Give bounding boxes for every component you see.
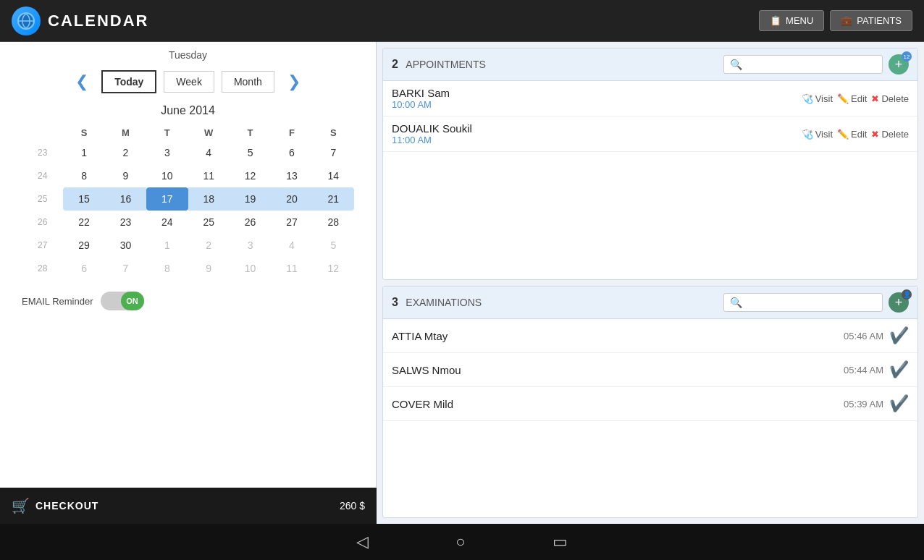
checkout-bar: 🛒 CHECKOUT 260 $: [0, 488, 377, 524]
calendar-grid: S M T W T F S 23123456724891011121314251…: [22, 124, 354, 280]
email-reminder-toggle[interactable]: ON: [101, 292, 144, 310]
appointments-actions: 🔍 + 12: [723, 54, 909, 75]
check-icon[interactable]: ✔️: [889, 360, 909, 379]
examination-time: 05:44 AM: [844, 365, 883, 376]
visit-button[interactable]: 🩺 Visit: [802, 129, 833, 140]
calendar-day[interactable]: 4: [188, 141, 230, 164]
calendar-day[interactable]: 11: [271, 257, 312, 280]
calendar-day[interactable]: 12: [230, 164, 271, 187]
appointment-row: DOUALIK Soukil 11:00 AM 🩺 Visit ✏️ Edit …: [383, 116, 917, 152]
prev-arrow[interactable]: ❮: [70, 69, 94, 94]
month-button[interactable]: Month: [222, 71, 274, 93]
app-title: CALENDAR: [48, 12, 148, 30]
examinations-header: 3 EXAMINATIONS 🔍 + 👤: [383, 287, 917, 319]
calendar-day[interactable]: 6: [63, 257, 104, 280]
add-examination-button[interactable]: + 👤: [889, 292, 909, 313]
calendar-day[interactable]: 9: [188, 257, 230, 280]
appointment-name: BARKI Sam: [392, 87, 802, 99]
calendar-day[interactable]: 3: [230, 234, 271, 257]
examinations-count: 3: [392, 296, 398, 308]
appointments-label: APPOINTMENTS: [406, 59, 485, 70]
patients-button[interactable]: 💼 PATIENTS: [830, 10, 912, 31]
calendar-day[interactable]: 30: [105, 234, 146, 257]
calendar-day[interactable]: 7: [105, 257, 146, 280]
calendar-day[interactable]: 6: [271, 141, 312, 164]
calendar-day[interactable]: 11: [188, 164, 230, 187]
week-number: 23: [22, 141, 63, 164]
calendar-navigation: ❮ Today Week Month ❯: [0, 64, 376, 97]
main-content: Tuesday ❮ Today Week Month ❯ June 2014 S…: [0, 42, 924, 524]
check-icon[interactable]: ✔️: [889, 394, 909, 413]
calendar-day[interactable]: 25: [188, 211, 230, 234]
home-button[interactable]: ○: [455, 533, 465, 551]
appointment-time: 10:00 AM: [392, 99, 802, 110]
right-panel: 2 APPOINTMENTS 🔍 + 12 BARKI Sam 10:0: [377, 42, 924, 524]
examination-row: SALWS Nmou 05:44 AM ✔️: [383, 353, 917, 387]
calendar-day[interactable]: 16: [105, 187, 146, 211]
calendar-grid-section: June 2014 S M T W T F S 231234567248910: [0, 97, 376, 287]
examinations-title: 3 EXAMINATIONS: [392, 296, 482, 309]
calendar-day[interactable]: 8: [63, 164, 104, 187]
calendar-day[interactable]: 27: [271, 211, 312, 234]
calendar-day[interactable]: 21: [313, 187, 354, 211]
calendar-day[interactable]: 5: [313, 234, 354, 257]
calendar-day[interactable]: 5: [230, 141, 271, 164]
calendar-day[interactable]: 23: [105, 211, 146, 234]
calendar-day[interactable]: 19: [230, 187, 271, 211]
calendar-day[interactable]: 24: [146, 211, 188, 234]
calendar-day[interactable]: 1: [146, 234, 188, 257]
calendar-day[interactable]: 15: [63, 187, 104, 211]
edit-button[interactable]: ✏️ Edit: [837, 93, 867, 104]
calendar-day[interactable]: 10: [146, 164, 188, 187]
menu-icon: 📋: [770, 15, 781, 26]
examinations-list: ATTIA Mtay 05:46 AM ✔️ SALWS Nmou 05:44 …: [383, 319, 917, 421]
calendar-day[interactable]: 22: [63, 211, 104, 234]
today-button[interactable]: Today: [101, 70, 156, 93]
calendar-day[interactable]: 9: [105, 164, 146, 187]
calendar-day[interactable]: 3: [146, 141, 188, 164]
week-button[interactable]: Week: [164, 71, 214, 93]
thu-header: T: [230, 124, 271, 141]
wed-header: W: [188, 124, 230, 141]
examinations-section: 3 EXAMINATIONS 🔍 + 👤 ATTIA Mtay 05:46 AM: [382, 286, 918, 518]
add-appointment-button[interactable]: + 12: [889, 54, 909, 75]
calendar-day[interactable]: 12: [313, 257, 354, 280]
calendar-day[interactable]: 28: [313, 211, 354, 234]
calendar-day[interactable]: 29: [63, 234, 104, 257]
appointments-search[interactable]: 🔍: [723, 55, 883, 74]
calendar-day[interactable]: 4: [271, 234, 312, 257]
calendar-day[interactable]: 14: [313, 164, 354, 187]
edit-icon: ✏️: [837, 129, 849, 140]
add-overlay-badge: 12: [902, 51, 912, 61]
calendar-day[interactable]: 2: [188, 234, 230, 257]
edit-button[interactable]: ✏️ Edit: [837, 129, 867, 140]
delete-button[interactable]: ✖ Delete: [871, 129, 909, 140]
app-branding: CALENDAR: [12, 7, 148, 35]
calendar-day[interactable]: 8: [146, 257, 188, 280]
calendar-day[interactable]: 2: [105, 141, 146, 164]
calendar-day[interactable]: 7: [313, 141, 354, 164]
day-label: Tuesday: [0, 49, 376, 61]
examinations-search[interactable]: 🔍: [723, 293, 883, 312]
delete-label: Delete: [881, 129, 909, 140]
calendar-day[interactable]: 17: [146, 187, 188, 211]
search-icon: 🔍: [730, 59, 742, 70]
appointment-actions: 🩺 Visit ✏️ Edit ✖ Delete: [802, 93, 909, 104]
calendar-day[interactable]: 10: [230, 257, 271, 280]
examinations-label: EXAMINATIONS: [406, 297, 482, 308]
recent-apps-button[interactable]: ▭: [553, 533, 568, 551]
back-button[interactable]: ◁: [356, 533, 369, 551]
delete-button[interactable]: ✖ Delete: [871, 93, 909, 104]
calendar-day[interactable]: 13: [271, 164, 312, 187]
visit-button[interactable]: 🩺 Visit: [802, 93, 833, 104]
calendar-day[interactable]: 26: [230, 211, 271, 234]
menu-button[interactable]: 📋 MENU: [759, 10, 824, 31]
next-arrow[interactable]: ❯: [282, 69, 306, 94]
check-icon[interactable]: ✔️: [889, 326, 909, 345]
stethoscope-icon: 🩺: [802, 129, 813, 140]
checkout-icon: 🛒: [12, 497, 30, 514]
calendar-day[interactable]: 18: [188, 187, 230, 211]
calendar-day[interactable]: 20: [271, 187, 312, 211]
calendar-day[interactable]: 1: [63, 141, 104, 164]
delete-icon: ✖: [871, 129, 879, 140]
